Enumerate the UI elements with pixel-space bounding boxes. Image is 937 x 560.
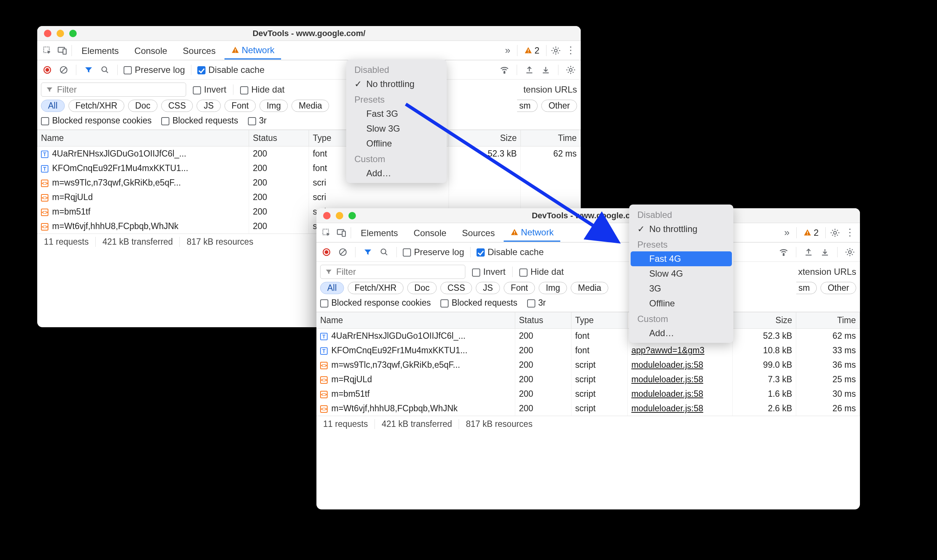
network-settings-icon[interactable] <box>564 64 577 76</box>
tab-network[interactable]: Network <box>224 41 281 60</box>
table-row[interactable]: T4UaRrENHsxJlGDuGo1OIIJfC6l_...200font52… <box>37 146 581 162</box>
chip-font[interactable]: Font <box>224 100 256 112</box>
table-row[interactable]: <>m=ws9Tlc,n73qwf,GkRiKb,e5qF...200scrip… <box>316 358 860 372</box>
disable-cache-check[interactable]: Disable cache <box>197 65 265 75</box>
chip-js[interactable]: JS <box>476 282 500 294</box>
table-row[interactable]: <>m=bm51tf200scriptmoduleloader.js:581.6… <box>316 387 860 401</box>
chip-fetch[interactable]: Fetch/XHR <box>68 100 124 112</box>
search-icon[interactable] <box>99 64 111 76</box>
disable-cache-check[interactable]: Disable cache <box>477 247 544 257</box>
network-settings-icon[interactable] <box>844 246 856 258</box>
table-row[interactable]: <>m=RqjULd200scriptmoduleloader.js:587.3… <box>316 372 860 387</box>
menu-item-no-throttling[interactable]: No throttling <box>631 222 732 237</box>
menu-item-add[interactable]: Add… <box>348 166 445 181</box>
col-size[interactable]: Size <box>449 130 520 146</box>
more-tabs-icon[interactable]: » <box>502 44 514 57</box>
blocked-cookies-check[interactable]: Blocked response cookies <box>41 115 151 126</box>
table-row[interactable]: TKFOmCnqEu92Fr1Mu4mxKKTU1...200fontapp?a… <box>316 343 860 358</box>
chip-img[interactable]: Img <box>539 282 567 294</box>
col-status[interactable]: Status <box>249 130 309 146</box>
minimize-button[interactable] <box>336 212 343 219</box>
tab-console[interactable]: Console <box>128 42 174 59</box>
chip-all[interactable]: All <box>320 282 344 294</box>
filter-toggle-icon[interactable] <box>361 246 374 258</box>
tab-network[interactable]: Network <box>504 223 560 242</box>
tab-sources[interactable]: Sources <box>455 224 502 242</box>
close-button[interactable] <box>44 30 51 37</box>
throttling-menu-old[interactable]: Disabled No throttling Presets Fast 3G S… <box>346 60 447 183</box>
blocked-requests-check[interactable]: Blocked requests <box>440 298 517 308</box>
titlebar[interactable]: DevTools - www.google.com/ <box>37 26 581 41</box>
throttling-menu-new[interactable]: Disabled No throttling Presets Fast 4G S… <box>629 205 733 343</box>
filter-input[interactable]: Filter <box>320 265 465 279</box>
chip-css[interactable]: CSS <box>161 100 193 112</box>
chip-all[interactable]: All <box>41 100 65 112</box>
close-button[interactable] <box>323 212 330 219</box>
chip-sm-partial[interactable]: sm <box>517 100 538 112</box>
col-name[interactable]: Name <box>316 312 515 329</box>
warnings-badge[interactable]: 2 <box>520 45 543 56</box>
tab-console[interactable]: Console <box>407 224 453 242</box>
upload-icon[interactable] <box>802 246 815 258</box>
chip-doc[interactable]: Doc <box>407 282 437 294</box>
menu-item-offline[interactable]: Offline <box>348 136 445 151</box>
menu-item-fast4g[interactable]: Fast 4G <box>631 251 732 266</box>
preserve-log-check[interactable]: Preserve log <box>123 65 185 75</box>
table-row[interactable]: <>m=RqjULd200scri <box>37 190 581 205</box>
tab-elements[interactable]: Elements <box>354 224 404 242</box>
col-status[interactable]: Status <box>515 312 571 329</box>
chip-other[interactable]: Other <box>820 282 856 294</box>
wifi-icon[interactable] <box>777 246 790 258</box>
initiator-link[interactable]: moduleloader.js:58 <box>631 374 703 384</box>
wifi-icon[interactable] <box>498 64 511 76</box>
titlebar[interactable]: DevTools - www.google.com/ <box>316 208 860 223</box>
preserve-log-check[interactable]: Preserve log <box>403 247 464 257</box>
third-party-check[interactable]: 3r <box>527 298 546 308</box>
menu-item-slow4g[interactable]: Slow 4G <box>631 266 732 281</box>
initiator-link[interactable]: moduleloader.js:58 <box>631 403 703 413</box>
col-name[interactable]: Name <box>37 130 249 146</box>
tab-sources[interactable]: Sources <box>176 42 222 59</box>
settings-icon[interactable] <box>829 226 841 239</box>
settings-icon[interactable] <box>550 44 562 57</box>
chip-doc[interactable]: Doc <box>128 100 157 112</box>
col-type[interactable]: Type <box>571 312 627 329</box>
chip-fetch[interactable]: Fetch/XHR <box>348 282 403 294</box>
chip-js[interactable]: JS <box>196 100 221 112</box>
kebab-menu-icon[interactable]: ⋮ <box>564 44 577 57</box>
table-row[interactable]: T4UaRrENHsxJlGDuGo1OIIJfC6l_...200fontap… <box>316 329 860 344</box>
inspect-icon[interactable] <box>41 44 54 57</box>
menu-item-no-throttling[interactable]: No throttling <box>348 77 445 91</box>
chip-other[interactable]: Other <box>541 100 577 112</box>
chip-media[interactable]: Media <box>292 100 329 112</box>
invert-check[interactable]: Invert <box>193 85 226 95</box>
chip-media[interactable]: Media <box>571 282 608 294</box>
menu-item-3g[interactable]: 3G <box>631 281 732 296</box>
chip-sm-partial[interactable]: sm <box>796 282 817 294</box>
initiator-link[interactable]: moduleloader.js:58 <box>631 389 703 398</box>
third-party-check[interactable]: 3r <box>248 115 267 126</box>
maximize-button[interactable] <box>69 30 77 37</box>
clear-icon[interactable] <box>57 64 70 76</box>
table-row[interactable]: <>m=ws9Tlc,n73qwf,GkRiKb,e5qF...200scri <box>37 175 581 190</box>
menu-item-slow3g[interactable]: Slow 3G <box>348 121 445 136</box>
initiator-link[interactable]: moduleloader.js:58 <box>631 360 703 369</box>
col-time[interactable]: Time <box>520 130 580 146</box>
table-row[interactable]: <>m=Wt6vjf,hhhU8,FCpbqb,WhJNk200scriptmo… <box>316 401 860 416</box>
kebab-menu-icon[interactable]: ⋮ <box>844 226 856 239</box>
device-toolbar-icon[interactable] <box>56 44 68 57</box>
col-size[interactable]: Size <box>732 312 796 329</box>
more-tabs-icon[interactable]: » <box>781 226 793 239</box>
search-icon[interactable] <box>378 246 391 258</box>
download-icon[interactable] <box>819 246 831 258</box>
filter-toggle-icon[interactable] <box>82 64 95 76</box>
blocked-requests-check[interactable]: Blocked requests <box>161 115 238 126</box>
hide-data-urls-check[interactable]: Hide dat <box>240 85 284 95</box>
maximize-button[interactable] <box>349 212 356 219</box>
filter-input[interactable]: Filter <box>41 83 186 97</box>
minimize-button[interactable] <box>57 30 64 37</box>
record-button[interactable] <box>41 64 54 76</box>
invert-check[interactable]: Invert <box>472 267 506 277</box>
clear-icon[interactable] <box>337 246 349 258</box>
initiator-link[interactable]: app?awwd=1&gm3 <box>631 345 704 355</box>
